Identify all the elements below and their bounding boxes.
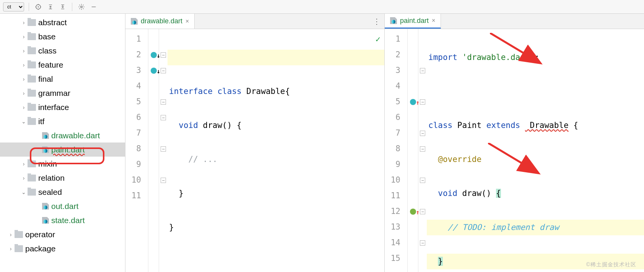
file-tree-folder[interactable]: ⌄itf xyxy=(0,114,125,128)
tree-item-label: paint.dart xyxy=(51,145,85,154)
line-number: 4 xyxy=(125,78,148,94)
tree-arrow-icon[interactable]: › xyxy=(7,232,15,238)
fold-toggle[interactable]: − xyxy=(420,209,425,214)
fold-toggle[interactable]: − xyxy=(420,99,425,105)
top-toolbar: ct xyxy=(0,0,644,14)
tab-overflow-icon[interactable]: ⋮ xyxy=(373,17,381,26)
fold-gutter-right: − − − − − − − xyxy=(418,29,427,272)
line-number: 15 xyxy=(385,251,407,266)
fold-toggle[interactable]: − xyxy=(161,68,166,73)
minimize-icon[interactable] xyxy=(89,2,98,11)
folder-icon xyxy=(28,47,36,54)
folder-icon xyxy=(28,76,36,83)
fold-toggle[interactable]: − xyxy=(161,99,166,105)
override-down-icon[interactable] xyxy=(151,52,157,58)
fold-toggle[interactable]: − xyxy=(161,146,166,152)
code-content-left[interactable]: interface class Drawable{ void draw() { … xyxy=(168,29,384,272)
file-tree-folder[interactable]: ›operator xyxy=(0,227,125,241)
dart-file-icon xyxy=(42,217,49,224)
tree-item-label: abstract xyxy=(38,18,67,27)
line-number: 6 xyxy=(125,110,148,125)
override-down-icon[interactable] xyxy=(151,68,157,74)
line-number: 11 xyxy=(125,188,148,204)
fold-toggle[interactable]: − xyxy=(161,115,166,120)
implements-up-icon[interactable] xyxy=(410,209,416,215)
line-number: 4 xyxy=(385,78,407,94)
tree-item-label: itf xyxy=(38,117,44,126)
tree-arrow-icon[interactable]: ⌄ xyxy=(20,189,28,195)
code-area-right[interactable]: 123456789101112131415 − − − − xyxy=(385,29,644,272)
tree-item-label: relation xyxy=(38,173,65,183)
file-tree-file[interactable]: drawable.dart xyxy=(0,128,125,142)
tab-drawable[interactable]: drawable.dart × xyxy=(125,14,195,29)
tree-arrow-icon[interactable]: ⌄ xyxy=(20,118,28,125)
file-tree-folder[interactable]: ›grammar xyxy=(0,86,125,100)
file-tree-folder[interactable]: ›package xyxy=(0,241,125,256)
fold-toggle[interactable]: − xyxy=(420,146,425,152)
line-number: 3 xyxy=(125,63,148,78)
file-tree-folder[interactable]: ›class xyxy=(0,44,125,58)
code-line: void draw() { xyxy=(168,118,384,133)
tree-item-label: base xyxy=(38,32,56,41)
project-sidebar[interactable]: ›abstract›base›class›feature›final›gramm… xyxy=(0,14,125,272)
tab-paint[interactable]: paint.dart × xyxy=(385,14,441,29)
line-number: 1 xyxy=(385,31,407,47)
fold-toggle[interactable]: − xyxy=(161,178,166,183)
tree-item-label: interface xyxy=(38,103,69,112)
code-area-left[interactable]: 1234567891011 − − − − − − xyxy=(125,29,384,272)
override-up-icon[interactable] xyxy=(410,99,416,105)
file-tree-folder[interactable]: ›base xyxy=(0,29,125,44)
tree-arrow-icon[interactable]: › xyxy=(20,62,28,68)
line-number: 2 xyxy=(125,47,148,63)
code-line: void draw() { xyxy=(427,186,644,201)
tree-arrow-icon[interactable]: › xyxy=(7,246,15,252)
folder-icon xyxy=(28,175,36,181)
line-number: 5 xyxy=(385,94,407,110)
tree-item-label: class xyxy=(38,46,57,55)
folder-icon xyxy=(28,160,36,167)
code-line: } xyxy=(168,186,384,201)
tree-arrow-icon[interactable]: › xyxy=(20,175,28,181)
tree-arrow-icon[interactable]: › xyxy=(20,90,28,96)
file-tree-file[interactable]: state.dart xyxy=(0,213,125,227)
fold-toggle[interactable]: − xyxy=(420,240,425,246)
close-icon[interactable]: × xyxy=(185,18,189,25)
fold-toggle[interactable]: − xyxy=(420,178,425,183)
editor-tabs-right: paint.dart × xyxy=(385,14,644,29)
code-line: // TODO: implement draw xyxy=(427,220,644,235)
fold-toggle[interactable]: − xyxy=(161,52,166,58)
line-number: 13 xyxy=(385,219,407,235)
code-line xyxy=(168,254,384,269)
code-line: @override xyxy=(427,152,644,167)
close-icon[interactable]: × xyxy=(432,17,435,24)
collapse-all-icon[interactable] xyxy=(58,2,67,11)
tree-arrow-icon[interactable]: › xyxy=(20,19,28,26)
code-content-right[interactable]: import 'drawable.dart'; class Paint exte… xyxy=(427,29,644,272)
tree-arrow-icon[interactable]: › xyxy=(20,104,28,110)
file-tree-file[interactable]: out.dart xyxy=(0,199,125,213)
gear-icon[interactable] xyxy=(77,2,86,11)
tree-arrow-icon[interactable]: › xyxy=(20,34,28,40)
file-tree-folder[interactable]: ⌄sealed xyxy=(0,185,125,199)
tree-arrow-icon[interactable]: › xyxy=(20,161,28,167)
target-icon[interactable] xyxy=(34,2,43,11)
target-selector[interactable]: ct xyxy=(3,2,24,11)
code-line xyxy=(427,84,644,99)
tree-arrow-icon[interactable]: › xyxy=(20,48,28,54)
folder-icon xyxy=(28,33,36,40)
fold-toggle[interactable]: − xyxy=(420,131,425,136)
fold-toggle[interactable]: − xyxy=(420,68,425,73)
tree-arrow-icon[interactable]: › xyxy=(20,76,28,82)
file-tree-folder[interactable]: ›final xyxy=(0,72,125,86)
file-tree-folder[interactable]: ›mixin xyxy=(0,157,125,171)
tree-item-label: package xyxy=(25,244,55,253)
line-number: 7 xyxy=(385,125,407,141)
file-tree-folder[interactable]: ›feature xyxy=(0,58,125,72)
line-number: 8 xyxy=(385,141,407,157)
file-tree-file[interactable]: paint.dart xyxy=(0,142,125,157)
file-tree-folder[interactable]: ›abstract xyxy=(0,15,125,29)
file-tree-folder[interactable]: ›relation xyxy=(0,171,125,185)
expand-all-icon[interactable] xyxy=(46,2,55,11)
folder-icon xyxy=(28,118,36,125)
file-tree-folder[interactable]: ›interface xyxy=(0,100,125,114)
